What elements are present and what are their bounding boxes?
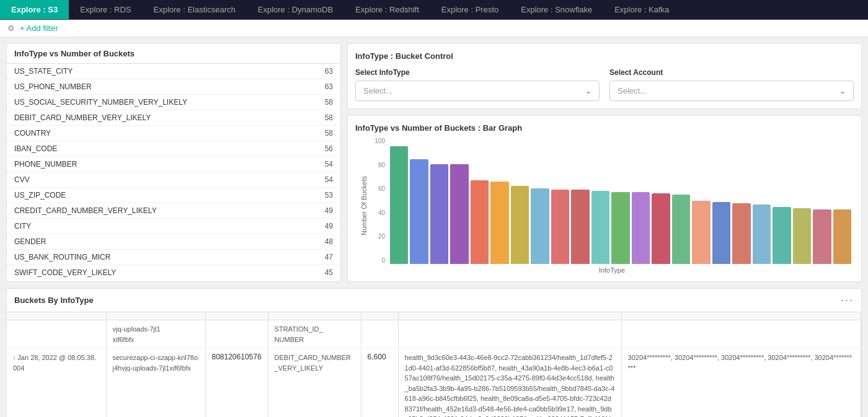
chart-bar[interactable]: [833, 209, 851, 264]
chart-bar[interactable]: [450, 164, 468, 264]
col-header-count: [361, 312, 398, 320]
dots-menu-icon[interactable]: ···: [841, 294, 854, 307]
select-account-dropdown[interactable]: Select... ⌄: [609, 81, 854, 101]
nav-tab[interactable]: Explore : DynamoDB: [247, 0, 344, 19]
cell-health-main: health_9d3c60e3-443c-46e8-9cc2-72cabb361…: [398, 349, 621, 418]
chart-bar[interactable]: [611, 192, 629, 264]
table-row: COUNTRY58: [7, 126, 340, 141]
nav-tab[interactable]: Explore : S3: [0, 0, 69, 19]
infotype-count: 56: [304, 141, 340, 157]
cell-count-partial: [361, 320, 398, 349]
chevron-down-icon-2: ⌄: [839, 87, 846, 95]
buckets-panel-header: Buckets By InfoType ···: [7, 289, 861, 312]
buckets-panel-title: Buckets By InfoType: [14, 296, 94, 305]
chart-bar[interactable]: [390, 146, 408, 264]
infotype-name: US_ZIP_CODE: [7, 188, 304, 203]
nav-tab[interactable]: Explore : RDS: [69, 0, 142, 19]
col-header-type: [268, 312, 361, 320]
y-tick-label: 0: [373, 257, 385, 264]
chart-bar[interactable]: [652, 193, 670, 264]
cell-expand-main[interactable]: › Jan 28, 2022 @ 08:05:38.004: [7, 349, 106, 418]
infotype-count: 45: [304, 265, 340, 281]
infotype-count: 63: [304, 64, 340, 79]
cell-id-partial: vjq-uploads-7jl1xif6fbfx: [106, 320, 205, 349]
select-infotype-dropdown[interactable]: Select... ⌄: [355, 81, 600, 101]
infotype-name: US_BANK_ROUTING_MICR: [7, 250, 304, 265]
table-row: CREDIT_CARD_NUMBER_VERY_LIKELY49: [7, 203, 340, 219]
main-grid: InfoType vs Number of Buckets US_STATE_C…: [0, 37, 868, 417]
chart-bar[interactable]: [632, 192, 650, 264]
chart-bar[interactable]: [732, 203, 750, 264]
infotype-count: 58: [304, 95, 340, 110]
table-row: GENDER48: [7, 234, 340, 250]
infotype-count: 54: [304, 157, 340, 172]
y-tick-label: 40: [373, 209, 385, 216]
nav-tab[interactable]: Explore : Presto: [430, 0, 510, 19]
chart-bar[interactable]: [773, 207, 790, 264]
cell-type-main: DEBIT_CARD_NUMBER_VERY_LIKELY: [268, 349, 361, 418]
col-header-health: [398, 312, 621, 320]
add-filter-button[interactable]: + Add filter: [20, 24, 58, 33]
chart-bar[interactable]: [511, 186, 529, 264]
select-account-placeholder: Select...: [618, 86, 647, 95]
nav-tab[interactable]: Explore : Redshift: [344, 0, 430, 19]
infotype-buckets-panel: InfoType vs Number of Buckets US_STATE_C…: [6, 43, 341, 282]
infotype-count: 58: [304, 126, 340, 141]
chart-bar[interactable]: [531, 188, 549, 264]
buckets-table: vjq-uploads-7jl1xif6fbfx STRATION_ID_NUM…: [7, 312, 861, 417]
chart-bar[interactable]: [793, 208, 811, 264]
chart-bar[interactable]: [490, 182, 508, 264]
cell-masked-main: 30204*********, 30204*********, 30204***…: [621, 349, 861, 418]
chevron-right-icon[interactable]: ›: [13, 353, 16, 362]
chart-bar[interactable]: [410, 159, 428, 264]
infotype-name: IBAN_CODE: [7, 141, 304, 157]
infotype-name: US_PHONE_NUMBER: [7, 79, 304, 95]
chart-bar[interactable]: [551, 190, 569, 264]
infotype-name: PHONE_NUMBER: [7, 157, 304, 172]
chart-bar[interactable]: [692, 201, 710, 264]
infotype-name: SWIFT_CODE_VERY_LIKELY: [7, 265, 304, 281]
col-header-masked: [621, 312, 861, 320]
cell-type-partial: STRATION_ID_NUMBER: [268, 320, 361, 349]
table-row: US_STATE_CITY63: [7, 64, 340, 79]
y-tick-label: 60: [373, 185, 385, 192]
cell-masked-partial: [621, 320, 861, 349]
nav-tab[interactable]: Explore : Snowflake: [510, 0, 603, 19]
nav-tab[interactable]: Explore : Kafka: [603, 0, 680, 19]
infotype-count: 49: [304, 219, 340, 234]
chart-bar[interactable]: [712, 202, 730, 264]
table-row: › Jan 28, 2022 @ 08:05:38.004 securezapp…: [7, 349, 861, 418]
select-account-label: Select Account: [609, 68, 854, 77]
chart-bar[interactable]: [813, 209, 831, 264]
infotype-name: COUNTRY: [7, 126, 304, 141]
x-axis-label: InfoType: [370, 266, 854, 274]
y-tick-label: 100: [373, 138, 385, 144]
col-header-timestamp: [7, 312, 106, 320]
infotype-count: 47: [304, 250, 340, 265]
filter-bar: ⚙ + Add filter: [0, 20, 868, 37]
chevron-down-icon: ⌄: [585, 87, 591, 95]
bucket-control-title: InfoType : Bucket Control: [355, 51, 854, 61]
chart-bar[interactable]: [430, 164, 448, 264]
chart-bar[interactable]: [591, 191, 609, 264]
gear-icon[interactable]: ⚙: [7, 24, 15, 33]
infotype-name: CVV: [7, 172, 304, 188]
table-row: vjq-uploads-7jl1xif6fbfx STRATION_ID_NUM…: [7, 320, 861, 349]
infotype-name: CITY: [7, 219, 304, 234]
infotype-count: 49: [304, 203, 340, 219]
infotype-name: DEBIT_CARD_NUMBER_VERY_LIKELY: [7, 110, 304, 126]
table-row: US_ZIP_CODE53: [7, 188, 340, 203]
nav-tab[interactable]: Explore : Elasticsearch: [143, 0, 247, 19]
infotype-table: US_STATE_CITY63US_PHONE_NUMBER63US_SOCIA…: [7, 64, 340, 280]
chart-bar[interactable]: [571, 190, 589, 264]
infotype-count: 63: [304, 79, 340, 95]
infotype-count: 54: [304, 172, 340, 188]
table-row: SWIFT_CODE_VERY_LIKELY45: [7, 265, 340, 281]
bucket-control-panel: InfoType : Bucket Control Select InfoTyp…: [347, 43, 862, 109]
chart-bar[interactable]: [471, 180, 489, 264]
infotype-name: GENDER: [7, 234, 304, 250]
chart-bar[interactable]: [672, 195, 690, 264]
y-axis-labels: 100806040200: [370, 138, 388, 264]
chart-bar[interactable]: [753, 204, 771, 264]
y-axis-label: Number Of Buckets: [355, 138, 370, 274]
